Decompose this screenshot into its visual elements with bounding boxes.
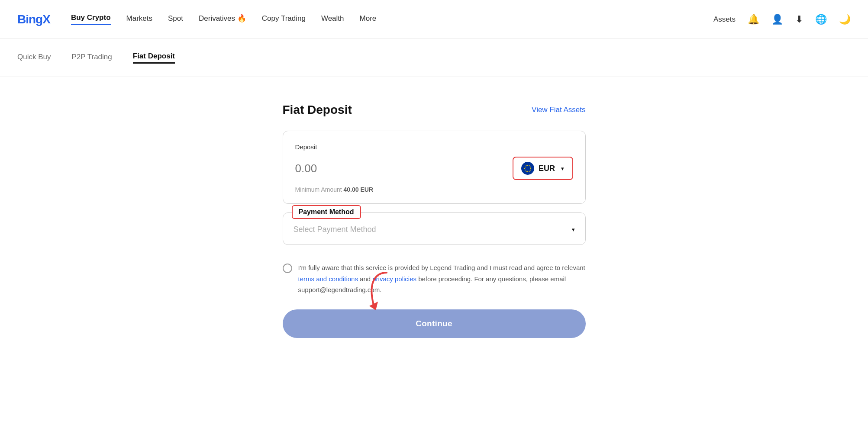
red-arrow-indicator [361, 270, 400, 315]
continue-button[interactable]: Continue [283, 309, 586, 338]
payment-method-placeholder: Select Payment Method [294, 225, 376, 234]
svg-point-5 [530, 170, 531, 170]
continue-wrapper: Continue [283, 309, 586, 338]
eu-flag-svg [523, 164, 532, 173]
min-amount: Minimum Amount 40.00 EUR [295, 186, 573, 193]
nav-buy-crypto[interactable]: Buy Crypto [71, 13, 111, 25]
min-amount-value: 40.00 EUR [344, 186, 373, 193]
deposit-label: Deposit [295, 143, 573, 151]
assets-link[interactable]: Assets [713, 15, 736, 24]
tab-fiat-deposit[interactable]: Fiat Deposit [133, 52, 175, 64]
disclaimer-text: I'm fully aware that this service is pro… [298, 262, 586, 296]
svg-point-12 [526, 165, 526, 166]
nav-wealth[interactable]: Wealth [321, 14, 344, 25]
eur-flag-icon [521, 162, 534, 175]
deposit-amount-input[interactable] [295, 162, 506, 175]
globe-icon[interactable]: 🌐 [815, 14, 827, 25]
svg-point-1 [527, 165, 528, 166]
currency-dropdown-arrow: ▾ [561, 165, 564, 172]
form-container: Fiat Deposit View Fiat Assets Deposit [283, 103, 586, 338]
disclaimer: I'm fully aware that this service is pro… [283, 262, 586, 296]
svg-point-11 [525, 167, 526, 167]
svg-point-6 [529, 171, 529, 172]
view-fiat-assets-link[interactable]: View Fiat Assets [532, 106, 585, 114]
logo-text: Bing [17, 13, 42, 26]
deposit-card: Deposit [283, 131, 586, 204]
payment-dropdown-arrow: ▾ [572, 226, 575, 233]
deposit-row: EUR ▾ [295, 157, 573, 180]
logo-x: X [42, 13, 50, 26]
currency-code: EUR [539, 164, 555, 173]
header: BingX Buy Crypto Markets Spot Derivative… [0, 0, 868, 39]
main-nav: Buy Crypto Markets Spot Derivatives 🔥 Co… [71, 13, 713, 25]
svg-point-10 [524, 168, 525, 169]
nav-more[interactable]: More [360, 14, 377, 25]
svg-point-8 [526, 171, 526, 172]
disclaimer-text-1: I'm fully aware that this service is pro… [298, 264, 585, 271]
dark-mode-icon[interactable]: 🌙 [839, 14, 851, 25]
nav-derivatives[interactable]: Derivatives 🔥 [199, 14, 246, 25]
download-icon[interactable]: ⬇ [795, 14, 803, 25]
payment-method-label: Payment Method [292, 205, 361, 219]
payment-method-card: Payment Method Select Payment Method ▾ [283, 212, 586, 245]
user-icon[interactable]: 👤 [771, 14, 783, 25]
agree-checkbox[interactable] [283, 264, 292, 273]
svg-point-4 [530, 168, 531, 169]
terms-link[interactable]: terms and conditions [298, 275, 358, 283]
page-title: Fiat Deposit [283, 103, 352, 117]
tab-bar: Quick Buy P2P Trading Fiat Deposit [0, 39, 868, 77]
logo: BingX [17, 13, 50, 26]
header-right: Assets 🔔 👤 ⬇ 🌐 🌙 [713, 14, 851, 25]
nav-copy-trading[interactable]: Copy Trading [262, 14, 306, 25]
main-content: Fiat Deposit View Fiat Assets Deposit [0, 77, 868, 364]
nav-spot[interactable]: Spot [168, 14, 183, 25]
svg-point-9 [525, 170, 526, 170]
page-header: Fiat Deposit View Fiat Assets [283, 103, 586, 117]
svg-point-3 [530, 167, 531, 167]
bell-icon[interactable]: 🔔 [748, 14, 759, 25]
svg-point-2 [529, 165, 529, 166]
svg-point-7 [527, 171, 528, 172]
tab-quick-buy[interactable]: Quick Buy [17, 53, 51, 63]
nav-markets[interactable]: Markets [126, 14, 152, 25]
tab-p2p-trading[interactable]: P2P Trading [71, 53, 112, 63]
currency-selector[interactable]: EUR ▾ [513, 157, 573, 180]
min-amount-label: Minimum Amount [295, 186, 342, 193]
